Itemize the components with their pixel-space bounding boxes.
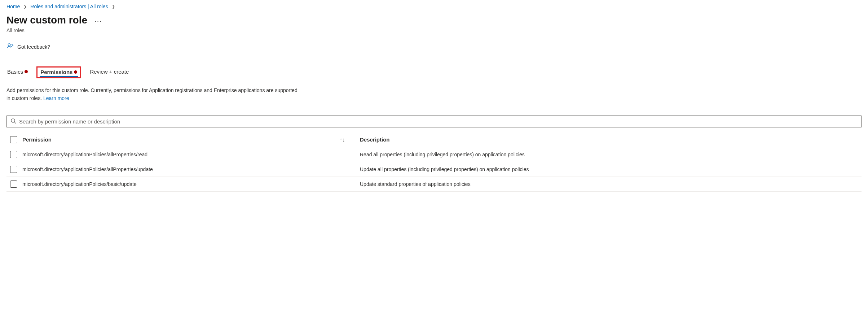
- tab-basics[interactable]: Basics: [6, 66, 28, 77]
- table-header-row: Permission ↑↓ Description: [6, 132, 862, 147]
- page-title: New custom role: [6, 14, 87, 26]
- search-input[interactable]: [19, 118, 858, 125]
- required-indicator-icon: [25, 70, 28, 73]
- permission-name: microsoft.directory/applicationPolicies/…: [22, 181, 340, 187]
- breadcrumb-roles[interactable]: Roles and administrators | All roles: [30, 4, 108, 9]
- row-checkbox[interactable]: [10, 166, 17, 173]
- col-header-description[interactable]: Description: [360, 136, 862, 143]
- sort-icon[interactable]: ↑↓: [340, 136, 360, 143]
- breadcrumb-home[interactable]: Home: [6, 4, 20, 9]
- permission-name: microsoft.directory/applicationPolicies/…: [22, 166, 340, 172]
- svg-point-0: [8, 44, 10, 46]
- svg-point-1: [11, 119, 15, 122]
- tab-basics-label: Basics: [7, 69, 23, 75]
- svg-line-2: [14, 122, 16, 123]
- search-box[interactable]: [6, 116, 862, 127]
- chevron-right-icon: ❯: [23, 4, 27, 9]
- intro-text: Add permissions for this custom role. Cu…: [6, 86, 439, 103]
- feedback-label: Got feedback?: [17, 44, 50, 50]
- row-checkbox[interactable]: [10, 181, 17, 188]
- learn-more-link[interactable]: Learn more: [43, 95, 69, 101]
- tab-permissions[interactable]: Permissions: [36, 66, 81, 78]
- feedback-button[interactable]: Got feedback?: [6, 40, 862, 56]
- permission-description: Update standard properties of applicatio…: [360, 181, 862, 187]
- row-checkbox[interactable]: [10, 151, 17, 158]
- permissions-table: Permission ↑↓ Description microsoft.dire…: [6, 132, 862, 192]
- chevron-right-icon: ❯: [112, 4, 115, 9]
- tab-review-create[interactable]: Review + create: [89, 66, 129, 77]
- permission-description: Read all properties (including privilege…: [360, 152, 862, 157]
- more-actions-button[interactable]: ···: [94, 18, 102, 25]
- page-subtitle: All roles: [6, 27, 862, 33]
- tabs: Basics Permissions Review + create: [6, 66, 862, 78]
- tab-review-label: Review + create: [90, 69, 129, 75]
- table-row[interactable]: microsoft.directory/applicationPolicies/…: [6, 177, 862, 192]
- col-header-permission[interactable]: Permission: [22, 136, 340, 143]
- feedback-icon: [6, 43, 14, 51]
- table-row[interactable]: microsoft.directory/applicationPolicies/…: [6, 147, 862, 162]
- select-all-checkbox[interactable]: [10, 136, 17, 143]
- required-indicator-icon: [74, 70, 77, 74]
- table-row[interactable]: microsoft.directory/applicationPolicies/…: [6, 162, 862, 177]
- intro-line1: Add permissions for this custom role. Cu…: [6, 87, 298, 93]
- intro-line2-prefix: in custom roles.: [6, 95, 43, 101]
- breadcrumb: Home ❯ Roles and administrators | All ro…: [6, 4, 862, 9]
- permission-name: microsoft.directory/applicationPolicies/…: [22, 152, 340, 157]
- permission-description: Update all properties (including privile…: [360, 166, 862, 172]
- search-icon: [10, 118, 16, 125]
- tab-permissions-label: Permissions: [40, 69, 72, 75]
